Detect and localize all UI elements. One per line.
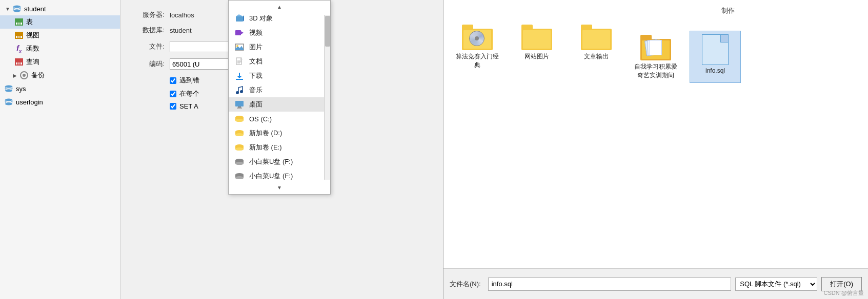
folder-plain-icon — [521, 24, 552, 50]
svg-point-4 — [5, 86, 12, 88]
dropdown-item-music[interactable]: 音乐 — [229, 83, 330, 97]
filename-label: 文件名(N): — [450, 280, 481, 289]
file-item-infosql[interactable]: info.sql — [690, 31, 741, 83]
dropdown-item-label: 3D 对象 — [249, 14, 273, 23]
svg-point-23 — [240, 90, 243, 93]
doc-icon — [234, 57, 245, 66]
dropdown-scrollbar[interactable] — [324, 15, 330, 180]
check1-label: 遇到错 — [179, 76, 199, 85]
dropdown-item-usbf1[interactable]: 小白菜U盘 (F:) — [229, 155, 330, 169]
dropdown-item-label: 音乐 — [249, 86, 263, 95]
dropdown-item-drivee[interactable]: 新加卷 (E:) — [229, 140, 330, 155]
database-icon-userlogin — [4, 97, 13, 106]
svg-point-0 — [13, 6, 21, 8]
dropdown-item-label: 新加卷 (E:) — [249, 143, 282, 152]
encoding-label: 编码: — [129, 59, 165, 69]
sidebar-item-backup[interactable]: ▶ 备份 — [0, 69, 120, 82]
svg-point-7 — [5, 103, 12, 105]
svg-marker-10 — [243, 15, 244, 22]
music-icon — [234, 86, 245, 95]
check2-label: 在每个 — [179, 89, 199, 98]
scroll-down-button[interactable]: ▼ — [229, 183, 330, 192]
folder-doc-icon — [640, 34, 671, 60]
dropdown-item-doc[interactable]: 文档 — [229, 54, 330, 69]
sidebar: ▼ student 表 — [0, 0, 120, 299]
sidebar-item-label: 查询 — [26, 57, 39, 67]
svg-rect-8 — [236, 16, 243, 22]
sidebar-item-userlogin[interactable]: userlogin — [0, 95, 120, 109]
sidebar-item-view[interactable]: 视图 — [0, 29, 120, 42]
dropdown-item-label: 视频 — [249, 28, 263, 37]
file-label: 文件: — [129, 42, 165, 51]
sidebar-item-student[interactable]: ▼ student — [0, 2, 120, 15]
svg-point-32 — [235, 147, 244, 151]
svg-rect-24 — [235, 101, 244, 106]
dropdown-item-image[interactable]: 图片 — [229, 40, 330, 54]
db-label: 数据库: — [129, 26, 165, 35]
svg-point-5 — [5, 90, 12, 92]
svg-point-30 — [235, 133, 244, 136]
server-label: 服务器: — [129, 10, 165, 19]
desktop-icon — [234, 100, 245, 109]
file-item-suanfa[interactable]: 算法竞赛入门经典 — [452, 20, 503, 83]
database-icon — [12, 4, 22, 13]
check2-checkbox[interactable] — [170, 91, 176, 97]
dropdown-item-video[interactable]: 视频 — [229, 26, 330, 40]
dropdown-item-osc[interactable]: OS (C:) — [229, 112, 330, 126]
sidebar-item-label: 表 — [26, 17, 33, 27]
svg-marker-9 — [236, 14, 243, 16]
filename-input[interactable] — [488, 277, 732, 291]
dropdown-item-label: 图片 — [249, 42, 263, 52]
sidebar-item-label: 备份 — [31, 71, 45, 80]
sidebar-item-label: sys — [16, 85, 26, 93]
file-browser-content: 算法竞赛入门经典 网站图片 文章输出 — [443, 0, 868, 91]
dropdown-item-usbf2[interactable]: 小白菜U盘 (F:) — [229, 169, 330, 183]
svg-point-36 — [235, 176, 244, 179]
dropdown-item-desktop[interactable]: 桌面 — [229, 97, 330, 112]
sidebar-item-label: 函数 — [26, 44, 39, 53]
expand-backup-icon: ▶ — [11, 72, 18, 79]
sidebar-item-table[interactable]: 表 — [0, 15, 120, 29]
svg-point-34 — [235, 162, 244, 165]
svg-rect-11 — [235, 30, 241, 35]
file-item-wenzhang[interactable]: 文章输出 — [571, 20, 622, 83]
file-label: 算法竞赛入门经典 — [455, 52, 500, 70]
drive-d-icon — [234, 129, 245, 138]
svg-point-1 — [13, 10, 21, 12]
sidebar-item-label: 视图 — [26, 31, 39, 40]
file-browser: 制作 算法竞赛入门经典 — [443, 0, 868, 268]
sidebar-item-func[interactable]: fx 函数 — [0, 42, 120, 55]
scroll-up-button[interactable]: ▲ — [229, 3, 330, 11]
file-item-ziwo[interactable]: 自我学习积累爱奇艺实训期间 — [630, 31, 681, 83]
check1-checkbox[interactable] — [170, 77, 176, 84]
dropdown-item-download[interactable]: 下载 — [229, 69, 330, 83]
file-label: info.sql — [705, 67, 725, 74]
drive-e-icon — [234, 143, 245, 152]
sidebar-item-label: student — [24, 5, 46, 13]
dropdown-item-label: 下载 — [249, 71, 263, 80]
func-icon: fx — [14, 44, 24, 53]
file-item-wangzhan[interactable]: 网站图片 — [511, 20, 562, 83]
dropdown-item-label: 桌面 — [249, 100, 263, 109]
sidebar-item-sys[interactable]: sys — [0, 82, 120, 95]
svg-marker-15 — [235, 46, 244, 50]
dialog-bottom-bar: 文件名(N): SQL 脚本文件 (*.sql) 打开(O) — [443, 268, 868, 299]
folder-cd-icon — [462, 24, 493, 50]
sidebar-item-query[interactable]: 查询 — [0, 55, 120, 69]
svg-point-28 — [235, 119, 244, 122]
folder-plain2-icon — [581, 24, 612, 50]
expand-icon: ▼ — [4, 5, 11, 12]
svg-point-22 — [236, 91, 239, 94]
usb-f1-icon — [234, 157, 245, 166]
browser-top-label: 制作 — [721, 6, 735, 15]
dropdown-item-label: 新加卷 (D:) — [249, 129, 282, 138]
file-label: 网站图片 — [524, 52, 549, 61]
dropdown-item-drived[interactable]: 新加卷 (D:) — [229, 126, 330, 140]
file-label: 文章输出 — [584, 52, 609, 61]
filetype-select[interactable]: SQL 脚本文件 (*.sql) — [735, 277, 817, 291]
dropdown-item-3d[interactable]: 3D 对象 — [229, 11, 330, 26]
check3-checkbox[interactable] — [170, 103, 176, 110]
dropdown-item-label: 文档 — [249, 57, 263, 66]
download-icon — [234, 71, 245, 80]
dropdown-item-label: OS (C:) — [249, 115, 272, 123]
